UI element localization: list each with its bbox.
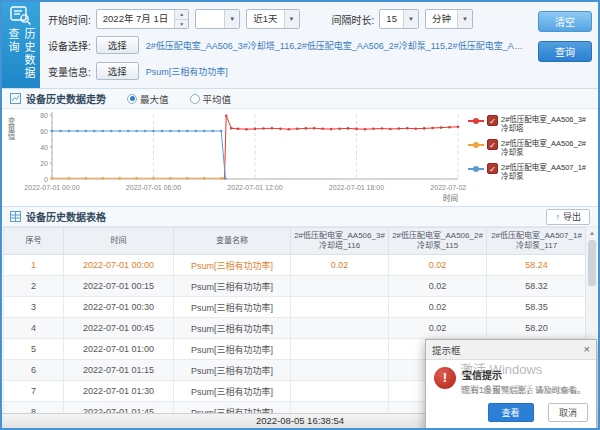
- time-range-value: 近1天: [247, 10, 283, 28]
- legend-label: 2#低压配电室_AA506_2#冷却泵: [501, 139, 593, 158]
- trend-section-header: 设备历史数据走势 最大值 平均值: [2, 89, 598, 109]
- svg-text:2022-07-02 00:00: 2022-07-02 00:00: [430, 184, 468, 191]
- legend-checkbox[interactable]: ✓: [487, 115, 498, 126]
- table-cell: 1: [4, 255, 64, 276]
- radio-max-label: 最大值: [140, 92, 169, 106]
- table-cell: 58.32: [487, 276, 587, 297]
- table-cell: 2022-07-01 00:00: [64, 255, 174, 276]
- legend-checkbox[interactable]: ✓: [487, 163, 498, 174]
- trend-section: 设备历史数据走势 最大值 平均值 变量值 2022-07-01 00:00202…: [2, 89, 598, 207]
- table-cell: 3: [4, 297, 64, 318]
- export-button[interactable]: ↑ 导出: [546, 209, 590, 225]
- spinner-down-icon[interactable]: ▼: [175, 19, 188, 29]
- trend-chart-icon: [10, 93, 21, 104]
- column-header: 2#低压配电室_AA506_3#冷却塔_116: [291, 228, 389, 255]
- svg-text:20: 20: [40, 160, 48, 167]
- spinner-up-icon[interactable]: ▲: [175, 10, 188, 19]
- radio-max-value[interactable]: 最大值: [127, 92, 169, 106]
- clear-button[interactable]: 清空: [538, 11, 592, 32]
- table-cell: 7: [4, 381, 64, 402]
- legend-checkbox[interactable]: ✓: [487, 139, 498, 150]
- chevron-down-icon: ▼: [403, 10, 418, 28]
- column-header: 变量名称: [174, 228, 291, 255]
- radio-avg-label: 平均值: [203, 92, 232, 106]
- trend-title: 设备历史数据走势: [26, 91, 106, 106]
- time-range-select[interactable]: 近1天 ▼: [246, 9, 299, 29]
- table-cell: 0.02: [389, 297, 487, 318]
- table-cell: [291, 381, 389, 402]
- form-row-time: 开始时间: 2022年 7月 1日 ▲▼ ▼ 近1天 ▼ 间隔时长: 15 ▼: [48, 7, 524, 31]
- alert-dialog: 提示框 × ! 宝信提示 您有1条报警信息，请及时查看。 查看 取消: [425, 339, 597, 430]
- form-row-device: 设备选择: 选择 2#低压配电室_AA506_3#冷却塔_116,2#低压配电室…: [48, 33, 524, 57]
- alert-heading: 宝信提示: [462, 367, 586, 382]
- svg-text:2022-07-01 00:00: 2022-07-01 00:00: [24, 184, 79, 191]
- interval-label: 间隔时长:: [332, 12, 375, 27]
- table-cell: 0.02: [389, 318, 487, 339]
- table-header-row: 序号时间变量名称2#低压配电室_AA506_3#冷却塔_1162#低压配电室_A…: [4, 228, 587, 255]
- interval-value: 15: [380, 10, 403, 28]
- table-cell: 58.35: [487, 297, 587, 318]
- variable-label: 变量信息:: [48, 64, 91, 79]
- query-form: 开始时间: 2022年 7月 1日 ▲▼ ▼ 近1天 ▼ 间隔时长: 15 ▼: [40, 2, 528, 88]
- table-cell: 2022-07-01 00:15: [64, 276, 174, 297]
- series-sample-icon: [468, 141, 484, 150]
- export-label: 导出: [563, 210, 581, 223]
- table-cell: Psum[三相有功功率]: [174, 255, 291, 276]
- table-cell: 2022-07-01 01:30: [64, 381, 174, 402]
- scrollbar-thumb[interactable]: [588, 240, 596, 286]
- radio-avg-value[interactable]: 平均值: [190, 92, 232, 106]
- history-query-icon: [8, 6, 34, 26]
- cancel-button[interactable]: 取消: [548, 403, 588, 422]
- svg-text:40: 40: [40, 144, 48, 151]
- alert-dialog-title: 提示框: [432, 343, 461, 357]
- view-button[interactable]: 查看: [488, 403, 534, 422]
- interval-unit-select[interactable]: 分钟 ▼: [425, 9, 473, 29]
- legend-label: 2#低压配电室_AA506_3#冷却塔: [501, 115, 593, 134]
- query-header: 历史数据查询 开始时间: 2022年 7月 1日 ▲▼ ▼ 近1天 ▼ 间隔时长…: [2, 2, 598, 89]
- interval-value-select[interactable]: 15 ▼: [379, 9, 419, 29]
- table-row[interactable]: 12022-07-01 00:00Psum[三相有功功率]0.020.0258.…: [4, 255, 587, 276]
- date-input[interactable]: 2022年 7月 1日 ▲▼: [96, 9, 189, 29]
- radio-selected-icon: [127, 94, 137, 104]
- chart-legend: ✓2#低压配电室_AA506_3#冷却塔✓2#低压配电室_AA506_2#冷却泵…: [468, 109, 596, 206]
- svg-text:时间: 时间: [443, 193, 458, 203]
- variable-select-button[interactable]: 选择: [96, 62, 139, 80]
- legend-item[interactable]: ✓2#低压配电室_AA507_1#冷却泵: [468, 163, 596, 182]
- table-row[interactable]: 32022-07-01 00:30Psum[三相有功功率]0.0258.35: [4, 297, 587, 318]
- table-cell: Psum[三相有功功率]: [174, 276, 291, 297]
- close-icon[interactable]: ×: [584, 344, 590, 355]
- header-actions: 清空 查询: [528, 2, 598, 88]
- alert-message: 您有1条报警信息，请及时查看。: [462, 385, 586, 396]
- scroll-up-icon[interactable]: ▲: [589, 227, 595, 239]
- svg-text:60: 60: [40, 128, 48, 135]
- table-cell: 5: [4, 339, 64, 360]
- table-cell: 2022-07-01 00:45: [64, 318, 174, 339]
- svg-text:2022-07-01 06:00: 2022-07-01 06:00: [126, 184, 181, 191]
- table-cell: 0.02: [291, 255, 389, 276]
- query-button[interactable]: 查询: [538, 41, 592, 62]
- form-row-variable: 变量信息: 选择 Psum[三相有功功率]: [48, 59, 524, 83]
- table-cell: [291, 318, 389, 339]
- table-row[interactable]: 42022-07-01 00:45Psum[三相有功功率]0.0258.20: [4, 318, 587, 339]
- table-cell: Psum[三相有功功率]: [174, 297, 291, 318]
- export-icon: ↑: [555, 212, 560, 222]
- sidebar: 历史数据查询: [2, 2, 40, 88]
- page-title: 历史数据查询: [5, 28, 37, 88]
- column-header: 2#低压配电室_AA507_1#冷却泵_117: [487, 228, 587, 255]
- table-section-header: 设备历史数据表格 ↑ 导出: [2, 207, 598, 227]
- table-row[interactable]: 22022-07-01 00:15Psum[三相有功功率]0.0258.32: [4, 276, 587, 297]
- legend-item[interactable]: ✓2#低压配电室_AA506_3#冷却塔: [468, 115, 596, 134]
- svg-text:0: 0: [44, 176, 48, 183]
- table-cell: Psum[三相有功功率]: [174, 318, 291, 339]
- legend-label: 2#低压配电室_AA507_1#冷却泵: [501, 163, 593, 182]
- svg-text:2022-07-01 12:00: 2022-07-01 12:00: [227, 184, 282, 191]
- variable-value: Psum[三相有功功率]: [146, 65, 524, 78]
- table-cell: 0.02: [389, 255, 487, 276]
- table-cell: 4: [4, 318, 64, 339]
- device-select-button[interactable]: 选择: [96, 36, 139, 54]
- legend-item[interactable]: ✓2#低压配电室_AA506_2#冷却泵: [468, 139, 596, 158]
- date-spinner[interactable]: ▲▼: [174, 10, 188, 28]
- column-header: 时间: [64, 228, 174, 255]
- y-axis-label: 变量值: [5, 117, 16, 206]
- time-of-day-select[interactable]: ▼: [195, 9, 240, 29]
